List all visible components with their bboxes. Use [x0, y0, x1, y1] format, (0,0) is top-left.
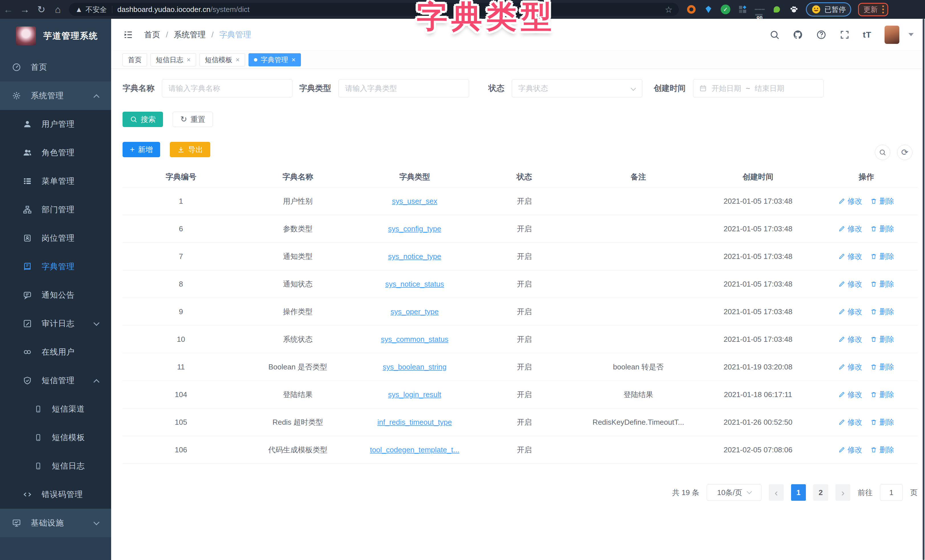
help-icon[interactable] [816, 30, 826, 40]
breadcrumb-home[interactable]: 首页 [144, 29, 160, 40]
tab-home[interactable]: 首页 [122, 53, 147, 66]
sidebar-item-home[interactable]: 首页 [0, 53, 111, 81]
edit-link[interactable]: 修改 [838, 334, 862, 345]
close-icon[interactable]: × [236, 56, 240, 63]
sidebar-item-system[interactable]: 系统管理 [0, 81, 111, 110]
sidebar-item-sms[interactable]: 短信管理 [0, 366, 111, 395]
github-icon[interactable] [793, 30, 803, 40]
sidebar-item-dict[interactable]: 字典管理 [0, 252, 111, 281]
breadcrumb-system[interactable]: 系统管理 [174, 29, 206, 40]
extension-paused-badge[interactable]: 已暂停 [806, 2, 851, 17]
cell-type-link[interactable]: sys_login_result [356, 390, 473, 399]
cell-type-link[interactable]: sys_config_type [356, 224, 473, 233]
menu-kebab-icon[interactable] [882, 5, 884, 14]
date-range-picker[interactable]: 开始日期 ~ 结束日期 [693, 79, 824, 98]
cell-type-link[interactable]: inf_redis_timeout_type [356, 418, 473, 427]
extension-green-icon[interactable]: ✓ [720, 4, 731, 15]
edit-link[interactable]: 修改 [838, 279, 862, 289]
start-date-placeholder[interactable]: 开始日期 [711, 83, 741, 93]
url-path[interactable]: /system/dict [210, 5, 249, 14]
browser-update-button[interactable]: 更新 [858, 3, 888, 16]
extension-leaf-icon[interactable] [772, 4, 782, 15]
edit-link[interactable]: 修改 [838, 362, 862, 372]
sidebar-item-users[interactable]: 用户管理 [0, 110, 111, 138]
export-button[interactable]: 导出 [170, 142, 210, 157]
edit-link[interactable]: 修改 [838, 196, 862, 206]
delete-link[interactable]: 删除 [870, 307, 894, 317]
page-button-2[interactable]: 2 [813, 484, 828, 501]
search-icon[interactable] [770, 30, 780, 40]
cell-type-link[interactable]: sys_user_sex [356, 197, 473, 206]
bookmark-star-icon[interactable]: ☆ [665, 5, 672, 15]
extension-gem-icon[interactable] [703, 4, 714, 15]
cell-type-link[interactable]: sys_common_status [356, 335, 473, 344]
cell-type-link[interactable]: sys_oper_type [356, 307, 473, 316]
tab-sms-log[interactable]: 短信日志 × [151, 53, 196, 66]
extension-grid-icon[interactable] [738, 4, 748, 15]
tab-dict-active[interactable]: 字典管理 × [249, 53, 301, 66]
forward-icon[interactable]: → [17, 4, 33, 15]
prev-page-button[interactable]: ‹ [769, 484, 783, 501]
sidebar-item-menus[interactable]: 菜单管理 [0, 167, 111, 196]
sidebar-item-notices[interactable]: 通知公告 [0, 281, 111, 309]
sidebar-item-infrastructure[interactable]: 基础设施 [0, 509, 111, 537]
reload-icon[interactable]: ↻ [33, 4, 50, 15]
sidebar-item-sms-template[interactable]: 短信模板 [0, 423, 111, 452]
edit-link[interactable]: 修改 [838, 224, 862, 234]
sidebar-item-roles[interactable]: 角色管理 [0, 138, 111, 167]
collapse-sidebar-icon[interactable] [122, 30, 134, 39]
goto-page-input[interactable] [880, 484, 903, 501]
dict-type-input[interactable] [339, 79, 469, 98]
font-size-icon[interactable]: tT [863, 30, 871, 39]
dict-name-input[interactable] [162, 79, 292, 98]
search-button[interactable]: 搜索 [122, 111, 163, 127]
sidebar-item-posts[interactable]: 岗位管理 [0, 224, 111, 252]
user-avatar[interactable] [884, 26, 899, 44]
cell-type-link[interactable]: sys_notice_status [356, 280, 473, 289]
avatar-caret-icon[interactable] [908, 33, 914, 36]
status-select[interactable]: 字典状态 [512, 79, 642, 98]
scrollbar-thumb[interactable] [923, 19, 924, 560]
end-date-placeholder[interactable]: 结束日期 [755, 83, 784, 93]
close-icon[interactable]: × [292, 56, 295, 63]
cell-type-link[interactable]: sys_notice_type [356, 252, 473, 261]
delete-link[interactable]: 删除 [870, 362, 894, 372]
sidebar-item-sms-log[interactable]: 短信日志 [0, 452, 111, 480]
show-search-button[interactable] [875, 145, 890, 160]
cell-type-link[interactable]: sys_boolean_string [356, 363, 473, 372]
address-bar[interactable]: ▲ 不安全 dashboard.yudao.iocoder.cn /system… [69, 3, 679, 16]
delete-link[interactable]: 删除 [870, 334, 894, 345]
tab-sms-template[interactable]: 短信模板 × [199, 53, 245, 66]
extension-paw-icon[interactable] [789, 4, 799, 15]
home-icon[interactable]: ⌂ [50, 4, 66, 15]
page-size-select[interactable]: 10条/页 [707, 484, 761, 501]
sidebar-item-online-users[interactable]: 在线用户 [0, 338, 111, 366]
add-button[interactable]: + 新增 [122, 142, 160, 157]
edit-link[interactable]: 修改 [838, 390, 862, 400]
sidebar-item-error-codes[interactable]: 错误码管理 [0, 480, 111, 509]
fullscreen-icon[interactable] [839, 30, 850, 40]
extension-on-icon[interactable]: on [755, 4, 765, 15]
delete-link[interactable]: 删除 [870, 279, 894, 289]
delete-link[interactable]: 删除 [870, 196, 894, 206]
close-icon[interactable]: × [187, 56, 191, 63]
url-host[interactable]: dashboard.yudao.iocoder.cn [118, 5, 211, 14]
sidebar-item-audit-log[interactable]: 审计日志 [0, 309, 111, 338]
app-logo[interactable]: 芋道管理系统 [0, 19, 111, 53]
edit-link[interactable]: 修改 [838, 445, 862, 455]
extension-ring-icon[interactable] [686, 4, 696, 15]
edit-link[interactable]: 修改 [838, 307, 862, 317]
delete-link[interactable]: 删除 [870, 390, 894, 400]
page-button-1[interactable]: 1 [791, 484, 806, 501]
sidebar-item-sms-channel[interactable]: 短信渠道 [0, 395, 111, 423]
delete-link[interactable]: 删除 [870, 224, 894, 234]
edit-link[interactable]: 修改 [838, 251, 862, 262]
cell-type-link[interactable]: tool_codegen_template_t... [356, 446, 473, 454]
edit-link[interactable]: 修改 [838, 417, 862, 427]
sidebar-item-departments[interactable]: 部门管理 [0, 196, 111, 224]
delete-link[interactable]: 删除 [870, 445, 894, 455]
refresh-table-button[interactable]: ⟳ [897, 145, 913, 160]
security-label[interactable]: 不安全 [86, 5, 107, 14]
scrollbar[interactable] [922, 19, 925, 560]
next-page-button[interactable]: › [836, 484, 850, 501]
